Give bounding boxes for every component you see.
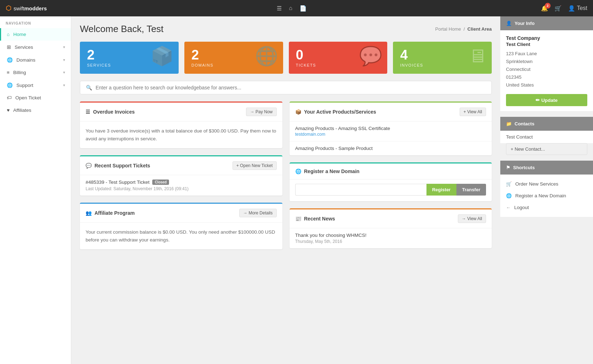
tickets-label: TICKETS (296, 63, 316, 67)
two-col-layout: ☰ Overdue Invoices → Pay Now You have 3 … (80, 102, 492, 249)
chevron-icon: ▾ (63, 45, 65, 50)
order-services-icon: 🛒 (506, 181, 512, 187)
new-contact-button[interactable]: + New Contact... (506, 143, 587, 155)
sidebar-item-services[interactable]: ⊞ Services ▾ (0, 41, 71, 53)
your-info-body: Test Company Test Client 123 Faux Lane S… (500, 30, 593, 111)
domains-card-icon: 🌐 (255, 45, 278, 67)
contact-name: Test Contact (500, 131, 593, 143)
user-menu[interactable]: 👤 Test (568, 5, 587, 12)
service-name-2: Amazing Products - Sample Product (295, 146, 486, 151)
page-title: Welcome Back, Test (80, 24, 164, 35)
sidebar-item-domains[interactable]: 🌐 Domains ▾ (0, 53, 71, 66)
invoices-panel-header: ☰ Overdue Invoices → Pay Now (80, 103, 282, 121)
invoices-panel-body: You have 3 overdue invoice(s) with a tot… (80, 121, 282, 148)
domains-count: 2 (191, 48, 214, 62)
news-date-1: Thursday, May 5th, 2016 (295, 239, 486, 244)
breadcrumb-current: Client Area (467, 26, 492, 32)
news-panel-header: 📰 Recent News → View All (290, 209, 492, 228)
services-panel-icon: 📦 (295, 109, 301, 115)
shortcuts-section: ⚑ Shortcuts 🛒 Order New Services 🌐 Regis… (500, 161, 593, 217)
services-panel-header: 📦 Your Active Products/Services + View A… (290, 103, 492, 121)
sidebar-item-affiliates[interactable]: ♥ Affiliates (0, 104, 71, 116)
sidebar-item-billing[interactable]: ≡ Billing ▾ (0, 66, 71, 79)
domain-register-button[interactable]: Register (426, 184, 456, 196)
service-link-1[interactable]: testdomain.com (295, 132, 326, 137)
pay-now-button[interactable]: → Pay Now (246, 108, 276, 116)
breadcrumb-home[interactable]: Portal Home (435, 26, 461, 32)
main-content: Welcome Back, Test Portal Home / Client … (71, 16, 500, 364)
search-icon: 🔍 (86, 85, 92, 90)
stat-card-tickets[interactable]: 0 TICKETS 💬 (289, 42, 388, 74)
open-new-ticket-button[interactable]: + Open New Ticket (232, 161, 277, 170)
cart-icon[interactable]: 🛒 (554, 5, 562, 12)
news-panel: 📰 Recent News → View All Thank you for c… (290, 208, 492, 248)
user-icon: 👤 (568, 5, 575, 12)
shortcut-logout[interactable]: ← Logout (500, 202, 593, 213)
services-panel: 📦 Your Active Products/Services + View A… (290, 102, 492, 155)
services-panel-title: 📦 Your Active Products/Services (295, 109, 376, 115)
sidebar-item-open-ticket[interactable]: 🏷 Open Ticket (0, 92, 71, 104)
menu-icon[interactable]: ☰ (277, 5, 282, 12)
domain-panel: 🌐 Register a New Domain Register Transfe… (290, 162, 492, 201)
view-all-news-button[interactable]: → View All (458, 214, 486, 223)
stat-card-invoices[interactable]: 4 INVOICES 🖥 (393, 42, 492, 74)
address-line2: Sprinkletown (506, 59, 532, 64)
address-line4: 012345 (506, 74, 521, 80)
contacts-icon: 📁 (506, 121, 512, 126)
logout-icon: ← (506, 205, 511, 210)
search-bar: 🔍 (80, 81, 492, 94)
notifications-icon[interactable]: 🔔 2 (541, 5, 548, 12)
domain-panel-title: 🌐 Register a New Domain (295, 168, 360, 174)
domain-input[interactable] (295, 184, 426, 196)
tickets-panel-icon: 💬 (86, 163, 92, 168)
news-title-1: Thank you for choosing WHMCS! (295, 233, 486, 238)
services-label: SERVICES (87, 63, 111, 67)
view-all-services-button[interactable]: + View All (460, 108, 486, 116)
services-nav-icon: ⊞ (7, 44, 11, 50)
sidebar-item-label: Affiliates (13, 108, 31, 113)
nav-label: NAVIGATION (0, 16, 71, 28)
domain-panel-header: 🌐 Register a New Domain (290, 163, 492, 180)
invoices-card-icon: 🖥 (468, 45, 487, 67)
client-name: Test Client (506, 42, 587, 47)
invoices-panel-icon: ☰ (86, 109, 90, 115)
stat-card-services[interactable]: 2 SERVICES 📦 (80, 42, 179, 74)
client-address: 123 Faux Lane Sprinkletown Connecticut 0… (506, 50, 587, 89)
news-item-1: Thank you for choosing WHMCS! Thursday, … (290, 228, 492, 248)
brand-text: swiftmodders (14, 5, 47, 11)
shortcut-register-domain[interactable]: 🌐 Register a New Domain (500, 190, 593, 202)
domain-transfer-button[interactable]: Transfer (456, 184, 486, 196)
shortcut-domain-label: Register a New Domain (515, 193, 566, 198)
affiliate-panel-text: Your current commission balance is $0.00… (86, 228, 277, 244)
chevron-icon: ▾ (63, 70, 65, 75)
breadcrumb: Portal Home / Client Area (435, 26, 492, 32)
services-count: 2 (87, 48, 111, 62)
stat-card-domains[interactable]: 2 DOMAINS 🌐 (184, 42, 283, 74)
notification-badge: 2 (545, 3, 551, 9)
sidebar-item-home[interactable]: ⌂ Home (0, 28, 71, 41)
address-line3: Connecticut (506, 67, 531, 72)
brand-logo: ⬡ (6, 4, 11, 12)
update-button[interactable]: ✏ Update (506, 94, 587, 106)
topnav: ⬡ swiftmodders ☰ ⌂ 📄 🔔 2 🛒 👤 Test (0, 0, 593, 16)
home-icon[interactable]: ⌂ (289, 5, 292, 11)
brand: ⬡ swiftmodders (6, 4, 270, 12)
more-details-button[interactable]: → More Details (239, 209, 277, 217)
left-column: ☰ Overdue Invoices → Pay Now You have 3 … (80, 102, 282, 249)
your-info-header: 👤 Your Info (500, 16, 593, 30)
ticket-item: #485339 - Test Support Ticket Closed Las… (80, 175, 282, 196)
company-name: Test Company (506, 35, 587, 41)
invoices-label: INVOICES (400, 63, 423, 67)
tickets-card-icon: 💬 (359, 45, 382, 67)
domains-label: DOMAINS (191, 63, 214, 67)
sidebar: NAVIGATION ⌂ Home ⊞ Services ▾ 🌐 Domains… (0, 16, 71, 364)
home-nav-icon: ⌂ (7, 32, 10, 37)
sidebar-item-support[interactable]: 🌐 Support ▾ (0, 79, 71, 92)
search-input[interactable] (96, 85, 486, 90)
affiliate-panel-title: 👥 Affiliate Program (86, 210, 135, 216)
shortcut-order-services[interactable]: 🛒 Order New Services (500, 178, 593, 190)
right-sidebar: 👤 Your Info Test Company Test Client 123… (500, 16, 593, 364)
stat-cards: 2 SERVICES 📦 2 DOMAINS 🌐 0 TICKETS 💬 (80, 42, 492, 74)
invoices-panel: ☰ Overdue Invoices → Pay Now You have 3 … (80, 102, 282, 148)
docs-icon[interactable]: 📄 (300, 5, 307, 12)
